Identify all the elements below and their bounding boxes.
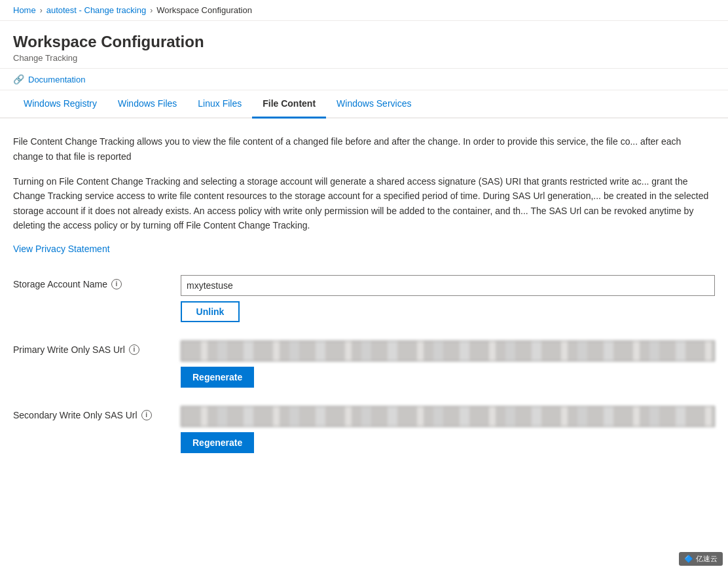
doc-link-label: Documentation (28, 75, 85, 84)
breadcrumb-home[interactable]: Home (13, 5, 36, 15)
secondary-sas-info-icon[interactable]: i (141, 410, 152, 420)
breadcrumb-sep-2: › (150, 6, 153, 15)
primary-sas-info-icon[interactable]: i (129, 344, 139, 355)
unlink-button[interactable]: Unlink (181, 301, 240, 322)
page-header: Workspace Configuration Change Tracking (0, 21, 728, 68)
primary-regenerate-button[interactable]: Regenerate (181, 367, 254, 388)
tabs-bar: Windows Registry Windows Files Linux Fil… (0, 90, 728, 119)
page-subtitle: Change Tracking (13, 53, 715, 63)
page-title: Workspace Configuration (13, 31, 715, 52)
breadcrumb-autotest[interactable]: autotest - Change tracking (46, 5, 146, 15)
doc-bar: 🔗 Documentation (0, 68, 728, 90)
watermark: 🔷 亿速云 (679, 552, 723, 566)
documentation-link[interactable]: 🔗 Documentation (13, 74, 85, 84)
tab-file-content[interactable]: File Content (252, 90, 326, 119)
tab-windows-registry[interactable]: Windows Registry (13, 90, 107, 119)
secondary-regenerate-button[interactable]: Regenerate (181, 432, 254, 453)
watermark-icon: 🔷 (684, 555, 693, 563)
privacy-statement-link[interactable]: View Privacy Statement (13, 244, 110, 254)
storage-account-input[interactable] (181, 275, 715, 296)
description-2: Turning on File Content Change Tracking … (13, 174, 714, 233)
storage-account-info-icon[interactable]: i (111, 279, 122, 289)
form-section: Storage Account Name i Unlink Primary Wr… (13, 275, 715, 453)
primary-sas-value (181, 341, 715, 361)
secondary-sas-label: Secondary Write Only SAS Url i (13, 406, 170, 420)
breadcrumb: Home › autotest - Change tracking › Work… (0, 0, 728, 21)
primary-sas-input-group: Regenerate (181, 341, 715, 388)
tab-linux-files[interactable]: Linux Files (187, 90, 252, 119)
secondary-sas-input-group: Regenerate (181, 406, 715, 453)
breadcrumb-current: Workspace Configuration (156, 5, 252, 15)
breadcrumb-sep-1: › (40, 6, 43, 15)
storage-account-label: Storage Account Name i (13, 275, 170, 289)
storage-account-input-group: Unlink (181, 275, 715, 322)
watermark-text: 亿速云 (696, 554, 718, 564)
storage-account-row: Storage Account Name i Unlink (13, 275, 715, 322)
secondary-sas-row: Secondary Write Only SAS Url i Regenerat… (13, 406, 715, 453)
tab-windows-files[interactable]: Windows Files (107, 90, 187, 119)
content-area: File Content Change Tracking allows you … (0, 119, 728, 487)
primary-sas-label: Primary Write Only SAS Url i (13, 341, 170, 355)
description-1: File Content Change Tracking allows you … (13, 134, 714, 164)
secondary-sas-value (181, 406, 715, 427)
tab-windows-services[interactable]: Windows Services (326, 90, 422, 119)
link-icon: 🔗 (13, 74, 24, 84)
primary-sas-row: Primary Write Only SAS Url i Regenerate (13, 341, 715, 388)
